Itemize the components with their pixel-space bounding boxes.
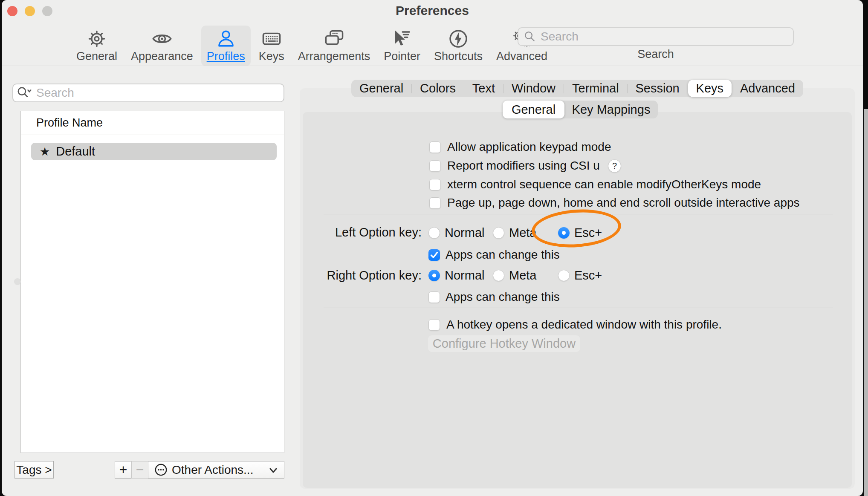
radio-right-option-normal[interactable]: Normal bbox=[428, 268, 484, 283]
tab-keys[interactable]: Keys bbox=[688, 80, 732, 97]
search-icon bbox=[524, 30, 536, 43]
toolbar-item-appearance[interactable]: Appearance bbox=[125, 26, 199, 66]
chevron-down-icon bbox=[269, 466, 278, 474]
radio-right-option-esc[interactable]: Esc+ bbox=[558, 268, 602, 283]
profile-row-default[interactable]: ★ Default bbox=[31, 143, 277, 160]
checkbox-label: Report modifiers using CSI u bbox=[447, 159, 600, 173]
profile-tabbar: General Colors Text Window Terminal Sess… bbox=[351, 80, 803, 97]
configure-hotkey-window-button: Configure Hotkey Window bbox=[428, 335, 580, 352]
radio-right-option-meta[interactable]: Meta bbox=[493, 268, 536, 283]
preferences-toolbar: General Appearance Profiles bbox=[71, 26, 553, 66]
radio-left-option-meta[interactable]: Meta bbox=[493, 226, 536, 240]
preferences-window: Preferences General Appearance bbox=[2, 0, 863, 496]
checkbox-left-apps-can-change[interactable] bbox=[428, 249, 440, 261]
add-profile-button[interactable]: + bbox=[115, 461, 132, 479]
checkbox-hotkey-window[interactable] bbox=[428, 319, 440, 331]
windows-icon bbox=[324, 29, 344, 49]
checkbox-row: Apps can change this bbox=[428, 248, 560, 262]
radio-label: Esc+ bbox=[574, 226, 602, 240]
star-icon: ★ bbox=[40, 145, 50, 159]
lightning-icon bbox=[448, 29, 468, 49]
radio-label: Esc+ bbox=[574, 268, 602, 283]
person-icon bbox=[216, 29, 236, 49]
radio-circle[interactable] bbox=[493, 270, 504, 281]
radio-circle[interactable] bbox=[428, 270, 440, 281]
toolbar-item-label: Pointer bbox=[384, 50, 420, 63]
profile-search-input[interactable] bbox=[35, 86, 280, 100]
radio-left-option-normal[interactable]: Normal bbox=[428, 226, 484, 240]
toolbar-item-pointer[interactable]: Pointer bbox=[378, 26, 426, 66]
window-title: Preferences bbox=[2, 3, 863, 18]
checkbox-row: Page up, page down, home and end scroll … bbox=[429, 196, 800, 210]
toolbar-item-keys[interactable]: Keys bbox=[253, 26, 290, 66]
tab-terminal[interactable]: Terminal bbox=[564, 80, 627, 97]
tags-button-label: Tags > bbox=[16, 463, 52, 477]
profile-search-field[interactable] bbox=[12, 84, 284, 102]
toolbar-search-label: Search bbox=[518, 48, 794, 61]
eye-icon bbox=[152, 29, 172, 49]
toolbar-item-arrangements[interactable]: Arrangements bbox=[292, 26, 376, 66]
configure-hotkey-window-label: Configure Hotkey Window bbox=[433, 337, 576, 351]
checkbox-label: Page up, page down, home and end scroll … bbox=[447, 196, 800, 210]
tags-button[interactable]: Tags > bbox=[14, 461, 54, 479]
tab-window[interactable]: Window bbox=[503, 80, 564, 97]
subtab-general[interactable]: General bbox=[503, 101, 564, 118]
tab-colors[interactable]: Colors bbox=[412, 80, 464, 97]
subtab-key-mappings[interactable]: Key Mappings bbox=[564, 101, 658, 118]
checkbox-row: A hotkey opens a dedicated window with t… bbox=[428, 318, 722, 332]
toolbar-search-field[interactable] bbox=[518, 27, 794, 46]
search-with-menu-icon bbox=[17, 85, 33, 101]
help-button[interactable]: ? bbox=[608, 159, 621, 173]
tab-advanced[interactable]: Advanced bbox=[732, 80, 803, 97]
checkbox-modify-other-keys[interactable] bbox=[429, 179, 441, 190]
radio-circle[interactable] bbox=[558, 270, 570, 281]
radio-label: Normal bbox=[445, 226, 484, 240]
toolbar-item-label: General bbox=[76, 50, 117, 63]
remove-profile-button[interactable]: − bbox=[131, 461, 148, 479]
right-option-key-label: Right Option key: bbox=[303, 269, 422, 282]
radio-label: Meta bbox=[509, 226, 536, 240]
help-glyph: ? bbox=[612, 161, 617, 171]
radio-label: Meta bbox=[509, 268, 536, 283]
toolbar-item-profiles[interactable]: Profiles bbox=[201, 26, 251, 66]
toolbar-item-label: Keys bbox=[259, 50, 284, 63]
checkbox-label: xterm control sequence can enable modify… bbox=[447, 178, 761, 191]
toolbar-item-label: Profiles bbox=[207, 50, 245, 63]
gear-icon bbox=[87, 29, 107, 49]
toolbar-divider bbox=[2, 66, 863, 66]
toolbar-search-input[interactable] bbox=[540, 29, 788, 44]
profile-list: Profile Name ★ Default bbox=[20, 111, 284, 453]
radio-circle[interactable] bbox=[428, 227, 440, 239]
left-option-key-label: Left Option key: bbox=[303, 226, 422, 239]
checkbox-csi-u[interactable] bbox=[429, 160, 441, 172]
checkbox-allow-keypad[interactable] bbox=[429, 141, 441, 153]
keys-general-pane: Allow application keypad mode Report mod… bbox=[303, 112, 852, 488]
splitter-handle-dot[interactable] bbox=[14, 278, 21, 285]
radio-left-option-esc[interactable]: Esc+ bbox=[558, 226, 602, 240]
checkbox-label: Apps can change this bbox=[446, 248, 560, 262]
remove-profile-label: − bbox=[136, 462, 144, 478]
radio-circle[interactable] bbox=[493, 227, 504, 239]
keyboard-icon bbox=[262, 29, 281, 49]
radio-circle[interactable] bbox=[558, 227, 570, 239]
toolbar-item-shortcuts[interactable]: Shortcuts bbox=[428, 26, 488, 66]
other-actions-dropdown[interactable]: Other Actions... bbox=[148, 461, 284, 479]
background-window-sliver bbox=[864, 109, 868, 496]
checkbox-scroll-outside-apps[interactable] bbox=[429, 197, 441, 209]
keys-subtabbar: General Key Mappings bbox=[503, 101, 658, 118]
other-actions-label: Other Actions... bbox=[172, 463, 253, 477]
cursor-icon bbox=[392, 29, 412, 49]
tab-session[interactable]: Session bbox=[628, 80, 688, 97]
tab-text[interactable]: Text bbox=[464, 80, 503, 97]
tab-general[interactable]: General bbox=[351, 80, 411, 97]
checkbox-row: Report modifiers using CSI u ? bbox=[429, 159, 621, 173]
toolbar-item-label: Appearance bbox=[131, 50, 193, 63]
checkbox-row: Apps can change this bbox=[428, 290, 560, 304]
profile-name: Default bbox=[56, 144, 95, 159]
checkbox-right-apps-can-change[interactable] bbox=[428, 291, 440, 303]
section-divider bbox=[324, 214, 833, 214]
toolbar-item-general[interactable]: General bbox=[71, 26, 123, 66]
toolbar-item-label: Arrangements bbox=[298, 50, 370, 63]
circled-ellipsis-icon bbox=[154, 463, 168, 476]
checkbox-label: Apps can change this bbox=[446, 290, 560, 304]
